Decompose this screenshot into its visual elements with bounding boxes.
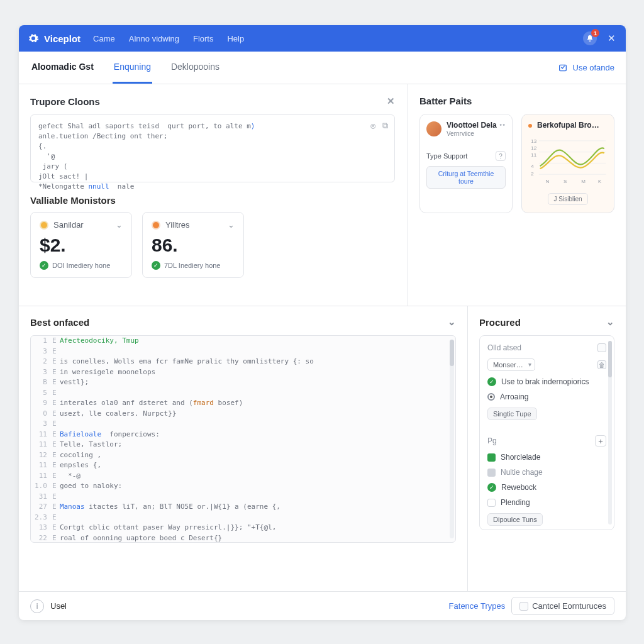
use-ofande-action[interactable]: Use ofande — [558, 63, 615, 73]
svg-text:4: 4 — [531, 164, 534, 169]
pait-card-chart[interactable]: Berkofupal Bro… 13 12 11 4 2 — [521, 114, 614, 213]
pait-cards: Vioottoel Dela Vernrviice •• Type Suppor… — [419, 114, 614, 213]
upper-pane: Trupore Cloons ✕ ◎⧉gefect Shal adl sapor… — [19, 84, 626, 306]
list-item[interactable]: Plending — [501, 498, 530, 507]
chevron-down-icon[interactable]: ⌄ — [228, 220, 235, 230]
monitor-footer: DOI Imediery hone — [52, 262, 110, 269]
chevron-down-icon[interactable]: ⌄ — [116, 220, 123, 230]
chip-icon — [487, 453, 496, 462]
trupore-code[interactable]: ◎⧉gefect Shal adl saports teisd qurt por… — [30, 114, 395, 182]
upload-icon[interactable] — [597, 343, 606, 352]
code-line: *Nelongatte — [38, 182, 88, 191]
list-item[interactable]: Nultie chage — [501, 468, 543, 477]
check-icon: ✓ — [487, 377, 496, 386]
procured-item-label: Arroaing — [500, 392, 528, 401]
monitor-footer: 7DL Inediery hone — [164, 262, 221, 269]
editor-title: Best onfaced — [30, 317, 89, 328]
monitors-title: Valliable Monistors — [30, 195, 395, 206]
check-icon: ✓ — [487, 483, 496, 492]
radio-icon[interactable] — [487, 393, 495, 401]
code-line: {. — [38, 142, 47, 150]
code-kw: nnull — [88, 182, 109, 191]
footer: i Usel Fatence Trypes Cantcel Eornturuce… — [19, 591, 626, 620]
editor-panel: Best onfaced ⌄ 1EAfecteodociky, Tmup3E2E… — [19, 306, 467, 591]
chevron-down-icon[interactable]: ⌄ — [606, 316, 614, 328]
scrollbar-thumb[interactable] — [608, 341, 612, 377]
svg-text:M: M — [581, 179, 586, 184]
info-icon[interactable]: i — [30, 599, 44, 613]
procured-label: Olld atsed — [487, 343, 521, 352]
monitor-name: Sanildar — [53, 220, 84, 230]
add-button[interactable]: + — [595, 435, 606, 447]
svg-text:S: S — [564, 179, 567, 184]
monitor-value: 86. — [152, 235, 235, 256]
monitor-card-yilltres[interactable]: Yilltres ⌄ 86. ✓7DL Inediery hone — [142, 212, 244, 278]
chart-title: Berkofupal Bro… — [537, 121, 599, 130]
nav-came[interactable]: Came — [93, 34, 115, 43]
code-line: gefect Shal adl saports teisd qurt port,… — [38, 122, 251, 130]
code-kw: ) — [251, 122, 255, 130]
svg-text:13: 13 — [531, 138, 536, 144]
dipoulce-tag[interactable]: Dipoulce Tuns — [487, 513, 543, 526]
list-item[interactable]: Shorclelade — [501, 453, 540, 462]
procured-title: Procured — [479, 317, 521, 328]
use-ofande-label: Use ofande — [573, 63, 615, 72]
chart-button[interactable]: J Sisiblien — [548, 193, 587, 205]
trupore-title-row: Trupore Cloons ✕ — [30, 96, 395, 107]
delete-icon[interactable]: 🗑 — [597, 360, 606, 369]
orange-dot-icon — [528, 124, 532, 128]
pait-cta-button[interactable]: Criturg at Teemthie toure — [426, 166, 506, 189]
fatence-link[interactable]: Fatence Trypes — [449, 601, 506, 611]
monitor-name: Yilltres — [165, 220, 190, 230]
kebab-menu-icon[interactable]: •• — [499, 121, 506, 128]
titlebar: Viceplot Came Alnno vidwing Florts Help … — [19, 25, 626, 52]
svg-text:11: 11 — [531, 152, 536, 158]
check-icon: ✓ — [40, 261, 48, 270]
trupore-close-icon[interactable]: ✕ — [387, 96, 395, 107]
cancel-label: Cantcel Eornturuces — [532, 601, 606, 611]
chevron-down-icon[interactable]: ⌄ — [448, 316, 456, 328]
window-close-icon[interactable]: ✕ — [606, 33, 617, 44]
code-line: '@ — [38, 152, 55, 160]
tab-strip: Aloomadic Gst Enquning Deklopooins Use o… — [19, 52, 626, 84]
status-dot-icon — [152, 221, 160, 230]
procured-box: Olld atsed Monser… 🗑 ✓ Use to brak inder… — [479, 335, 614, 530]
nav-florts[interactable]: Florts — [193, 34, 214, 43]
pait-card-user[interactable]: Vioottoel Dela Vernrviice •• Type Suppor… — [419, 114, 513, 213]
tab-enquning[interactable]: Enquning — [113, 52, 152, 84]
svg-text:N: N — [545, 179, 549, 184]
nav-alnno[interactable]: Alnno vidwing — [129, 34, 179, 43]
brand-label: Viceplot — [44, 33, 80, 44]
chip-icon — [487, 469, 496, 477]
tab-aloomadic[interactable]: Aloomadic Gst — [30, 52, 95, 84]
scrollbar-thumb[interactable] — [450, 340, 454, 366]
sparkline-chart: 13 12 11 4 2 N S M K — [528, 135, 608, 186]
code-preview-icon[interactable]: ◎ — [370, 120, 375, 132]
monser-dropdown[interactable]: Monser… — [487, 358, 535, 371]
singtic-tag[interactable]: Singtic Tupe — [487, 408, 537, 420]
status-dot-icon — [40, 221, 48, 230]
cancel-button[interactable]: Cantcel Eornturuces — [511, 597, 614, 615]
nav-help[interactable]: Help — [227, 34, 244, 43]
trupore-title: Trupore Cloons — [30, 96, 100, 107]
help-icon[interactable]: ? — [496, 151, 506, 161]
svg-point-1 — [528, 124, 532, 128]
list-item[interactable]: Rewebock — [501, 483, 536, 492]
top-nav: Came Alnno vidwing Florts Help — [93, 34, 244, 43]
code-copy-icon[interactable]: ⧉ — [382, 120, 388, 132]
code-line: anle.tuetion /Becting ont ther; — [38, 132, 167, 140]
tab-deklopooins[interactable]: Deklopooins — [170, 52, 221, 84]
pait-sub: Vernrviice — [447, 130, 497, 137]
code-line: jOlt sact! | — [38, 172, 88, 180]
procured-item-label: Use to brak indernopiorics — [501, 377, 589, 386]
code-editor[interactable]: 1EAfecteodociky, Tmup3E2Eis conelles, Wo… — [30, 335, 456, 543]
monitor-value: $2. — [40, 235, 123, 256]
svg-text:2: 2 — [531, 171, 534, 177]
upper-right: Batter Paits Vioottoel Dela Vernrviice •… — [408, 84, 626, 306]
avatar — [426, 121, 441, 136]
procured-panel: Procured ⌄ Olld atsed Monser… 🗑 ✓ Use to… — [467, 306, 626, 591]
notification-bell-icon[interactable] — [583, 31, 597, 45]
code-line: jary ( — [38, 162, 67, 170]
footer-user: Usel — [50, 601, 67, 611]
monitor-card-sanildar[interactable]: Sanildar ⌄ $2. ✓DOI Imediery hone — [30, 212, 132, 278]
